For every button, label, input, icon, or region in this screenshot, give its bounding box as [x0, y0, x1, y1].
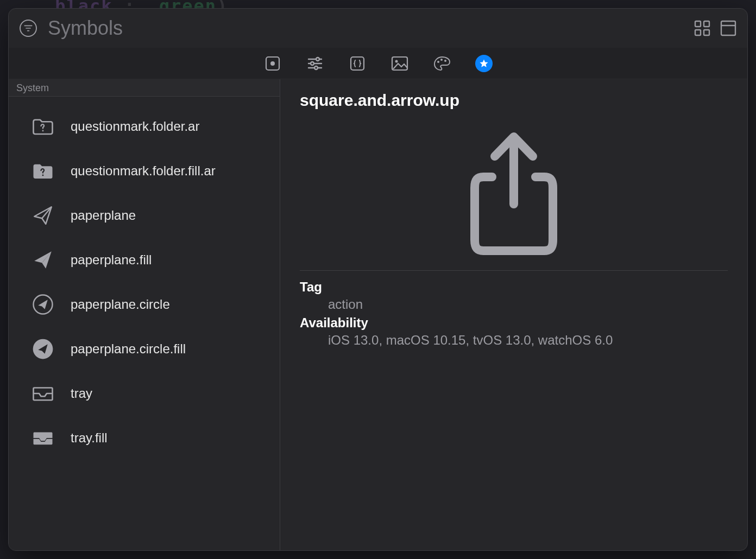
svg-point-22 — [444, 60, 446, 62]
svg-point-20 — [437, 61, 439, 63]
titlebar — [9, 9, 747, 48]
detail-pane: square.and.arrow.up Tag action Availabil… — [280, 79, 747, 550]
folder-question-icon — [30, 114, 55, 139]
tray-fill-icon — [30, 425, 55, 450]
svg-point-14 — [311, 62, 314, 65]
svg-rect-7 — [721, 21, 735, 35]
category-braces-icon[interactable] — [348, 54, 367, 73]
symbol-row[interactable]: tray — [9, 371, 280, 416]
symbol-row[interactable]: tray.fill — [9, 416, 280, 460]
category-frame-icon[interactable] — [263, 54, 282, 73]
symbol-row[interactable]: paperplane.fill — [9, 238, 280, 282]
symbol-name: tray.fill — [71, 430, 108, 446]
symbol-name: paperplane.fill — [71, 252, 152, 268]
svg-point-21 — [440, 59, 443, 61]
symbol-row[interactable]: paperplane.circle — [9, 282, 280, 327]
filter-icon[interactable] — [20, 20, 37, 37]
symbol-name: questionmark.folder.fill.ar — [71, 163, 216, 179]
tag-label: Tag — [300, 280, 728, 295]
availability-value: iOS 13.0, macOS 10.15, tvOS 13.0, watchO… — [300, 333, 728, 348]
tag-value: action — [300, 297, 728, 312]
availability-label: Availability — [300, 315, 728, 331]
svg-point-19 — [395, 60, 398, 62]
svg-rect-3 — [695, 21, 701, 27]
grid-view-icon[interactable] — [694, 20, 710, 36]
view-mode-toggle — [694, 20, 736, 36]
svg-rect-17 — [351, 57, 364, 70]
panel-view-icon[interactable] — [720, 20, 736, 36]
paperplane-circle-icon — [30, 292, 55, 317]
symbols-panel: System questionmark.folder.ar — [8, 8, 748, 551]
category-bar — [9, 48, 747, 79]
svg-rect-5 — [695, 30, 701, 35]
detail-title: square.and.arrow.up — [300, 91, 728, 110]
paperplane-circle-fill-icon — [30, 336, 55, 361]
paperplane-fill-icon — [30, 247, 55, 272]
square-and-arrow-up-icon — [300, 123, 728, 264]
svg-point-10 — [270, 61, 275, 66]
symbol-name: questionmark.folder.ar — [71, 119, 199, 134]
symbol-list-pane: System questionmark.folder.ar — [9, 79, 280, 550]
svg-point-16 — [314, 66, 318, 69]
category-sliders-icon[interactable] — [306, 54, 324, 73]
folder-question-fill-icon — [30, 158, 55, 183]
category-palette-icon[interactable] — [433, 54, 451, 73]
divider — [300, 270, 728, 271]
category-image-icon[interactable] — [390, 54, 409, 73]
tray-icon — [30, 381, 55, 406]
symbol-row[interactable]: paperplane — [9, 193, 280, 238]
section-header: System — [9, 79, 280, 97]
search-input[interactable] — [48, 17, 683, 40]
svg-rect-4 — [704, 21, 709, 27]
svg-point-12 — [316, 58, 319, 61]
symbol-row[interactable]: paperplane.circle.fill — [9, 327, 280, 371]
category-favorites-icon[interactable] — [475, 55, 493, 72]
symbol-row[interactable]: questionmark.folder.fill.ar — [9, 149, 280, 193]
symbol-name: paperplane.circle.fill — [71, 341, 186, 357]
paperplane-icon — [30, 203, 55, 228]
svg-point-23 — [42, 130, 44, 131]
symbol-name: tray — [71, 386, 92, 401]
symbol-row[interactable]: questionmark.folder.ar — [9, 104, 280, 149]
svg-point-24 — [42, 174, 44, 176]
symbol-name: paperplane — [71, 208, 136, 223]
svg-rect-6 — [704, 30, 709, 35]
symbol-name: paperplane.circle — [71, 297, 170, 312]
